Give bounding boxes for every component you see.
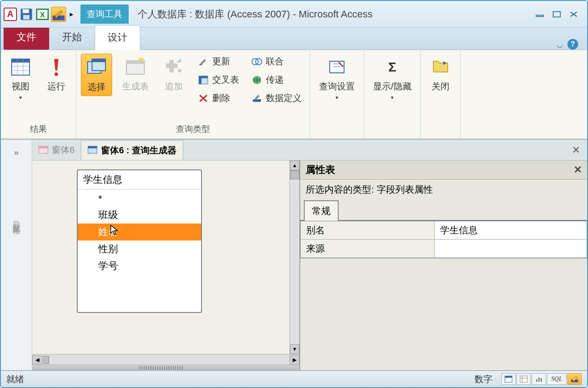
scroll-up-button[interactable]: ▲	[290, 160, 299, 170]
setup-icon	[326, 56, 348, 78]
qat-expand-button[interactable]: ▸	[67, 10, 76, 18]
union-button[interactable]: 联合	[248, 54, 305, 69]
maketable-button[interactable]: 生成表	[118, 54, 153, 95]
ribbon-group-querytype: 选择 生成表 追加 更新 交叉表 删除 联合 传递 数据定义 查询类型	[76, 50, 310, 139]
group-label-results: 结果	[5, 122, 71, 137]
design-canvas[interactable]: 学生信息 * 班级 姓名 性别 学号	[32, 160, 290, 354]
hscroll-thumb[interactable]	[43, 356, 49, 364]
nav-pane-label: 导航窗格	[11, 215, 22, 222]
property-close-button[interactable]: ✕	[574, 164, 582, 176]
passthrough-button[interactable]: 传递	[248, 72, 305, 88]
property-tab-general[interactable]: 常规	[304, 200, 339, 221]
save-button[interactable]	[19, 7, 34, 22]
svg-rect-41	[520, 376, 527, 382]
close-query-button[interactable]: 关闭	[425, 54, 456, 95]
query-setup-button[interactable]: 查询设置▼	[315, 54, 359, 103]
field-name[interactable]: 姓名	[78, 224, 201, 240]
export-excel-button[interactable]: X	[35, 7, 50, 22]
scroll-right-button[interactable]: ▶	[290, 355, 299, 364]
edit-button[interactable]	[51, 7, 66, 22]
crosstab-label: 交叉表	[212, 74, 239, 86]
main-area: 窗体6 窗体6 : 查询生成器 ✕ 学生信息 * 班级	[32, 140, 587, 370]
field-all[interactable]: *	[78, 191, 201, 207]
prop-val-source[interactable]	[435, 240, 587, 257]
ribbon-collapse-button[interactable]: ◡	[557, 40, 563, 49]
crosstab-icon	[198, 75, 209, 85]
pane-splitter[interactable]	[32, 365, 299, 370]
datadef-button[interactable]: 数据定义	[248, 90, 305, 106]
select-icon	[86, 57, 107, 78]
property-grid: 别名 学生信息 来源	[300, 221, 587, 258]
tab-home[interactable]: 开始	[49, 25, 95, 50]
delete-icon	[198, 93, 209, 104]
maketable-label: 生成表	[122, 80, 149, 93]
scroll-thumb[interactable]	[290, 170, 299, 179]
union-icon	[252, 56, 262, 67]
ribbon-help-area: ◡ ?	[557, 39, 587, 50]
table-field-list[interactable]: 学生信息 * 班级 姓名 性别 学号	[77, 169, 202, 313]
exclaim-icon	[46, 56, 67, 78]
svg-rect-1	[23, 9, 29, 13]
design-view-button[interactable]	[567, 373, 582, 385]
append-button[interactable]: 追加	[159, 54, 189, 95]
property-row-source[interactable]: 来源	[301, 240, 587, 258]
run-button[interactable]: 运行	[41, 54, 71, 95]
sql-view-button[interactable]: SQL	[547, 373, 567, 385]
svg-rect-5	[53, 15, 65, 20]
field-id[interactable]: 学号	[78, 257, 201, 274]
chart-view-button[interactable]	[532, 373, 546, 385]
vertical-scrollbar[interactable]: ▲ ▼	[290, 160, 299, 354]
help-button[interactable]: ?	[567, 39, 578, 50]
svg-point-20	[140, 58, 143, 62]
horizontal-scrollbar[interactable]: ◀ ▶	[32, 354, 299, 365]
tab-design[interactable]: 设计	[95, 25, 140, 50]
ribbon-group-close: 关闭	[421, 50, 461, 139]
doc-tab-query-label: 窗体6 : 查询生成器	[101, 144, 176, 156]
datasheet-view-button[interactable]	[501, 373, 516, 385]
field-gender[interactable]: 性别	[78, 240, 201, 257]
doc-tab-querybuilder[interactable]: 窗体6 : 查询生成器	[81, 140, 183, 160]
query-designer: 学生信息 * 班级 姓名 性别 学号	[32, 160, 299, 370]
property-sheet: 属性表 ✕ 所选内容的类型: 字段列表属性 常规 别名 学生信息 来源	[299, 160, 587, 370]
app-menu-button[interactable]: A	[3, 7, 18, 22]
field-class[interactable]: 班级	[78, 207, 201, 224]
maximize-button[interactable]	[550, 9, 563, 19]
delete-button[interactable]: 删除	[194, 90, 243, 106]
svg-rect-24	[199, 64, 202, 65]
scroll-down-button[interactable]: ▼	[290, 344, 299, 354]
showhide-button[interactable]: Σ 显示/隐藏▼	[369, 54, 416, 103]
run-label: 运行	[47, 80, 65, 93]
update-label: 更新	[212, 55, 230, 67]
doc-tab-form[interactable]: 窗体6	[32, 140, 81, 160]
update-button[interactable]: 更新	[194, 54, 243, 69]
cursor-icon	[110, 224, 119, 236]
property-row-alias[interactable]: 别名 学生信息	[301, 221, 587, 240]
nav-expand-button[interactable]: »	[10, 144, 22, 161]
ribbon-group-setup: 查询设置▼	[310, 50, 364, 139]
view-button[interactable]: 视图 ▼	[5, 54, 36, 103]
update-icon	[198, 56, 209, 67]
delete-label: 删除	[212, 92, 230, 104]
ribbon-group-results: 视图 ▼ 运行 结果	[1, 50, 76, 139]
tab-file[interactable]: 文件	[4, 25, 49, 50]
query-icon	[88, 146, 97, 155]
minimize-button[interactable]	[533, 9, 546, 19]
svg-point-14	[55, 72, 58, 76]
doc-close-button[interactable]: ✕	[565, 144, 587, 156]
prop-key-alias: 别名	[301, 221, 435, 239]
folder-icon	[430, 56, 451, 78]
select-query-button[interactable]: 选择	[81, 54, 112, 96]
dropdown-icon: ▼	[18, 95, 23, 100]
setup-label: 查询设置	[319, 80, 355, 93]
status-ready: 就绪	[6, 373, 24, 385]
crosstab-button[interactable]: 交叉表	[194, 72, 243, 88]
datasheet-icon	[10, 56, 31, 78]
svg-rect-33	[330, 61, 344, 73]
prop-val-alias[interactable]: 学生信息	[435, 221, 587, 239]
window-controls	[533, 9, 587, 19]
pivot-view-button[interactable]	[517, 373, 531, 385]
group-label-querytype: 查询类型	[81, 122, 305, 137]
quick-access-toolbar: A X ▸	[1, 7, 78, 22]
scroll-left-button[interactable]: ◀	[32, 355, 42, 364]
close-button[interactable]	[567, 9, 580, 19]
